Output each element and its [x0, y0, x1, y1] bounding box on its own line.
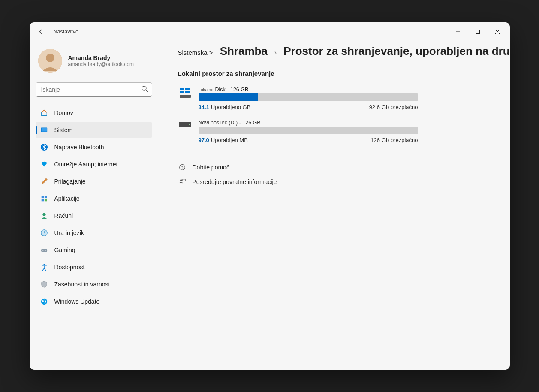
sidebar-item-label: Aplikacije — [54, 195, 80, 202]
sidebar-item-label: Naprave Bluetooth — [54, 144, 104, 151]
give-feedback-link[interactable]: Posredujte povratne informacije — [178, 178, 510, 186]
search-input[interactable] — [36, 82, 152, 97]
gamepad-icon — [40, 246, 48, 254]
breadcrumb-system[interactable]: Sistemska > — [178, 49, 213, 56]
sidebar-item-home[interactable]: Domov — [36, 105, 152, 121]
maximize-icon — [476, 30, 480, 34]
storage-bar-fill — [199, 127, 199, 134]
system-drive-icon — [178, 87, 193, 110]
svg-rect-9 — [41, 128, 47, 132]
shield-icon — [40, 280, 48, 289]
storage-bar — [199, 127, 418, 134]
used-value: 97.0 — [199, 137, 209, 143]
storage-bar-fill — [199, 93, 258, 101]
drive-item[interactable]: Lokalno Disk - 126 GB 34.1Uporabljeno GB… — [178, 87, 418, 110]
wifi-icon — [40, 160, 48, 169]
sidebar-item-system[interactable]: Sistem — [36, 122, 152, 138]
sidebar: Amanda Brady amanda.brady@outlook.com Do… — [30, 41, 158, 370]
maximize-button[interactable] — [468, 25, 488, 39]
drive-icon — [178, 120, 193, 143]
svg-line-7 — [146, 90, 148, 92]
sidebar-item-label: Domov — [54, 109, 73, 116]
svg-point-31 — [180, 179, 182, 181]
sidebar-item-network[interactable]: Omrežje &amp; internet — [36, 156, 152, 172]
drive-name: Novi nosilec (D:) - 126 GB — [199, 120, 261, 126]
svg-rect-24 — [180, 91, 184, 93]
breadcrumb-storage[interactable]: Shramba — [220, 45, 268, 58]
sidebar-item-label: Prilagajanje — [54, 178, 86, 185]
sidebar-item-bluetooth[interactable]: Naprave Bluetooth — [36, 139, 152, 155]
svg-rect-25 — [185, 91, 190, 93]
minimize-icon — [456, 30, 460, 34]
clock-globe-icon — [40, 229, 48, 237]
home-icon — [40, 109, 48, 117]
accessibility-icon — [40, 263, 48, 271]
drive-local-tag: Lokalno — [199, 87, 214, 92]
paintbrush-icon — [40, 177, 48, 186]
sidebar-item-label: Računi — [54, 212, 73, 219]
sidebar-item-apps[interactable]: Aplikacije — [36, 190, 152, 207]
free-label: Gb brezplačno — [382, 137, 418, 143]
titlebar: Nastavitve — [30, 22, 510, 41]
sidebar-item-gaming[interactable]: Gaming — [36, 242, 152, 258]
close-button[interactable] — [488, 25, 507, 39]
svg-rect-12 — [44, 196, 46, 198]
breadcrumb: Sistemska > Shramba › Prostor za shranje… — [178, 45, 510, 58]
search-icon — [141, 85, 148, 94]
svg-rect-26 — [180, 95, 191, 98]
sidebar-item-time-language[interactable]: Ura in jezik — [36, 225, 152, 241]
svg-text:?: ? — [181, 166, 183, 170]
svg-point-15 — [42, 213, 45, 216]
storage-bar — [199, 93, 418, 101]
sidebar-item-label: Windows Update — [54, 298, 100, 305]
window-title: Nastavitve — [54, 29, 78, 35]
profile-block[interactable]: Amanda Brady amanda.brady@outlook.com — [36, 45, 152, 80]
sidebar-item-windows-update[interactable]: Windows Update — [36, 293, 152, 310]
profile-email: amanda.brady@outlook.com — [68, 61, 134, 67]
sidebar-item-label: Dostopnost — [54, 264, 85, 271]
sidebar-item-label: Gaming — [54, 247, 75, 253]
feedback-icon — [178, 178, 187, 186]
svg-point-18 — [42, 250, 43, 251]
profile-name: Amanda Brady — [68, 54, 134, 61]
section-title: Lokalni prostor za shranjevanje — [178, 70, 510, 77]
svg-rect-23 — [185, 88, 190, 90]
drive-item[interactable]: Novi nosilec (D:) - 126 GB 97.0Uporablje… — [178, 120, 418, 143]
help-icon: ? — [178, 163, 187, 172]
back-button[interactable] — [36, 27, 46, 36]
person-icon — [40, 211, 48, 220]
bluetooth-icon — [40, 143, 48, 151]
sidebar-item-accounts[interactable]: Računi — [36, 208, 152, 224]
apps-icon — [40, 194, 48, 203]
svg-point-6 — [142, 86, 146, 90]
close-icon — [495, 30, 500, 34]
svg-rect-13 — [41, 199, 43, 201]
main-content: Sistemska > Shramba › Prostor za shranje… — [158, 41, 510, 370]
svg-rect-1 — [476, 30, 479, 34]
avatar — [38, 49, 62, 73]
svg-rect-11 — [41, 196, 43, 198]
used-label: Uporabljen MB — [211, 137, 248, 143]
svg-rect-17 — [41, 249, 47, 252]
sidebar-item-privacy[interactable]: Zasebnost in varnost — [36, 276, 152, 292]
svg-rect-22 — [180, 88, 184, 90]
chevron-right-icon: › — [274, 49, 277, 57]
free-value: 92.6 — [369, 104, 380, 110]
svg-rect-32 — [182, 179, 185, 181]
svg-point-28 — [189, 124, 190, 125]
svg-point-21 — [41, 299, 47, 305]
svg-point-5 — [46, 54, 54, 62]
sidebar-item-accessibility[interactable]: Dostopnost — [36, 259, 152, 275]
sidebar-item-label: Zasebnost in varnost — [54, 281, 110, 288]
drive-name: Disk - 126 GB — [215, 87, 249, 93]
get-help-link[interactable]: ? Dobite pomoč — [178, 163, 510, 172]
minimize-button[interactable] — [448, 25, 468, 39]
used-value: 34.1 — [199, 104, 209, 110]
breadcrumb-current: Prostor za shranjevanje, uporabljen na d… — [283, 45, 509, 58]
sidebar-item-label: Sistem — [54, 127, 73, 133]
svg-point-19 — [45, 250, 45, 251]
help-label: Dobite pomoč — [193, 164, 229, 171]
sidebar-item-personalization[interactable]: Prilagajanje — [36, 173, 152, 190]
feedback-label: Posredujte povratne informacije — [193, 178, 277, 185]
sidebar-item-label: Ura in jezik — [54, 229, 84, 236]
